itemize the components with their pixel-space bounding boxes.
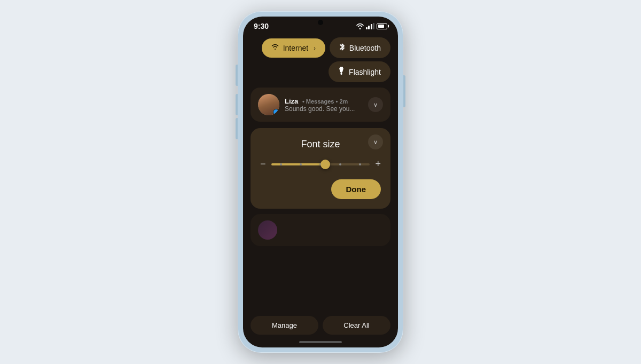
status-icons: [356, 23, 388, 29]
clear-all-button[interactable]: Clear All: [323, 316, 390, 335]
dialog-title: Font size: [260, 139, 381, 150]
dialog-header: Font size ∨: [260, 139, 381, 150]
slider-dot-4: [339, 163, 341, 165]
status-time: 9:30: [254, 22, 269, 30]
tiles-row-bottom: Flashlight: [329, 61, 390, 82]
sender-name: Liza: [285, 97, 298, 105]
dialog-footer: Done: [260, 179, 381, 199]
notification-text: Liza • Messages • 2m Sounds good. See yo…: [285, 97, 363, 113]
internet-label: Internet: [283, 44, 308, 52]
home-indicator: [243, 341, 398, 347]
battery-icon: [377, 23, 387, 29]
flashlight-icon: [338, 67, 345, 77]
avatar-2: [258, 220, 277, 240]
wifi-icon: [271, 44, 279, 52]
signal-icon: [366, 23, 375, 29]
svg-rect-0: [340, 67, 343, 68]
bluetooth-tile[interactable]: Bluetooth: [330, 37, 390, 58]
notification-meta: • Messages • 2m: [302, 98, 348, 105]
wifi-status-icon: [356, 23, 364, 29]
internet-arrow: ›: [314, 45, 316, 51]
done-button[interactable]: Done: [331, 179, 381, 199]
avatar: [258, 94, 279, 115]
slider-dot-5: [359, 163, 361, 165]
flashlight-tile[interactable]: Flashlight: [329, 61, 390, 82]
font-size-dialog: Font size ∨ −: [251, 128, 390, 209]
expand-button[interactable]: ∨: [368, 97, 383, 112]
dialog-expand-button[interactable]: ∨: [368, 134, 383, 149]
camera-dot: [318, 20, 323, 25]
quick-tiles: Internet › Bluetooth: [251, 37, 390, 82]
bottom-bar: Manage Clear All: [243, 312, 398, 341]
notification-card-2: [251, 214, 390, 246]
internet-tile[interactable]: Internet ›: [262, 38, 325, 58]
phone-frame: 9:30: [238, 11, 403, 353]
home-bar: [299, 341, 342, 343]
notification-card-messages: Liza • Messages • 2m Sounds good. See yo…: [251, 88, 390, 122]
phone-screen: 9:30: [243, 17, 398, 347]
slider-decrease-button[interactable]: −: [260, 159, 266, 170]
slider-row: − +: [260, 159, 381, 170]
content-area: Internet › Bluetooth: [243, 33, 398, 312]
slider-fill: [271, 163, 326, 165]
slider-increase-button[interactable]: +: [375, 159, 381, 170]
manage-button[interactable]: Manage: [251, 316, 318, 335]
notification-title: Liza • Messages • 2m: [285, 97, 363, 105]
slider-thumb[interactable]: [320, 160, 330, 169]
font-size-slider[interactable]: [271, 163, 370, 165]
tiles-row-top: Internet › Bluetooth: [262, 37, 390, 58]
bluetooth-icon: [339, 43, 345, 53]
bluetooth-label: Bluetooth: [349, 44, 381, 52]
app-badge: [273, 109, 279, 115]
flashlight-label: Flashlight: [349, 68, 381, 76]
svg-rect-1: [341, 72, 342, 75]
notification-preview: Sounds good. See you...: [285, 105, 363, 113]
